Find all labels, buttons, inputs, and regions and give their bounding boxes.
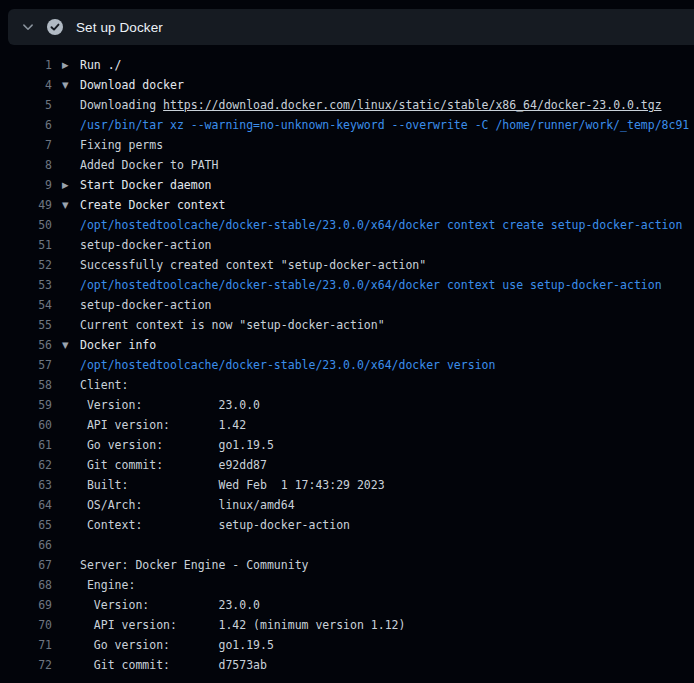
plain-text: Docker info (80, 338, 156, 352)
line-number[interactable]: 59 (0, 395, 52, 415)
chevron-down-icon[interactable] (17, 16, 39, 38)
marker-spacer (62, 155, 80, 175)
line-number[interactable]: 62 (0, 455, 52, 475)
plain-text: Version: 23.0.0 (80, 598, 260, 612)
log-text: Fixing perms (80, 135, 163, 155)
log-group-line[interactable]: 56▼Docker info (0, 335, 694, 355)
line-number[interactable]: 71 (0, 635, 52, 655)
line-number[interactable]: 72 (0, 655, 52, 675)
line-number[interactable]: 64 (0, 495, 52, 515)
log-text: Added Docker to PATH (80, 155, 218, 175)
log-text: Version: 23.0.0 (80, 595, 260, 615)
line-number[interactable]: 68 (0, 575, 52, 595)
command-text: /opt/hostedtoolcache/docker-stable/23.0.… (80, 218, 682, 232)
line-number[interactable]: 7 (0, 135, 52, 155)
log-link[interactable]: https://download.docker.com/linux/static… (163, 98, 662, 112)
actions-log-viewer: { "header": { "title": "Set up Docker", … (0, 0, 694, 683)
log-text: Built: Wed Feb 1 17:43:29 2023 (80, 475, 385, 495)
marker-spacer (62, 595, 80, 615)
log-text: Go version: go1.19.5 (80, 635, 274, 655)
line-number[interactable]: 69 (0, 595, 52, 615)
line-number[interactable]: 52 (0, 255, 52, 275)
marker-spacer (62, 235, 80, 255)
line-number[interactable]: 70 (0, 615, 52, 635)
log-text: /opt/hostedtoolcache/docker-stable/23.0.… (80, 215, 682, 235)
plain-text: Download docker (80, 78, 184, 92)
marker-spacer (62, 655, 80, 675)
marker-spacer (62, 215, 80, 235)
log-text: Download docker (80, 75, 184, 95)
marker-spacer (62, 275, 80, 295)
marker-spacer (62, 415, 80, 435)
line-number[interactable]: 9 (0, 175, 52, 195)
plain-text: Git commit: e92dd87 (80, 458, 267, 472)
line-number[interactable]: 53 (0, 275, 52, 295)
log-lines-container: 1▶Run ./4▼Download docker5Downloading ht… (0, 55, 694, 675)
triangle-collapsed-icon[interactable]: ▶ (62, 55, 80, 75)
line-number[interactable]: 61 (0, 435, 52, 455)
marker-spacer (62, 475, 80, 495)
log-text: Client: (80, 375, 128, 395)
line-number[interactable]: 55 (0, 315, 52, 335)
triangle-expanded-icon[interactable]: ▼ (62, 75, 80, 95)
log-line: 69 Version: 23.0.0 (0, 595, 694, 615)
line-number[interactable]: 67 (0, 555, 52, 575)
log-text: /opt/hostedtoolcache/docker-stable/23.0.… (80, 275, 662, 295)
line-number[interactable]: 49 (0, 195, 52, 215)
line-number[interactable]: 54 (0, 295, 52, 315)
line-number[interactable]: 60 (0, 415, 52, 435)
log-line: 61 Go version: go1.19.5 (0, 435, 694, 455)
log-line: 59 Version: 23.0.0 (0, 395, 694, 415)
step-title: Set up Docker (76, 20, 163, 35)
line-number[interactable]: 4 (0, 75, 52, 95)
log-group-line[interactable]: 1▶Run ./ (0, 55, 694, 75)
marker-spacer (62, 495, 80, 515)
line-number[interactable]: 58 (0, 375, 52, 395)
line-number[interactable]: 66 (0, 535, 52, 555)
marker-spacer (62, 395, 80, 415)
log-line: 62 Git commit: e92dd87 (0, 455, 694, 475)
log-line: 70 API version: 1.42 (minimum version 1.… (0, 615, 694, 635)
log-line: 72 Git commit: d7573ab (0, 655, 694, 675)
marker-spacer (62, 295, 80, 315)
plain-text: Fixing perms (80, 138, 163, 152)
log-line: 67Server: Docker Engine - Community (0, 555, 694, 575)
plain-text: OS/Arch: linux/amd64 (80, 498, 295, 512)
line-number[interactable]: 63 (0, 475, 52, 495)
plain-text: Server: Docker Engine - Community (80, 558, 308, 572)
marker-spacer (62, 435, 80, 455)
plain-text: Create Docker context (80, 198, 225, 212)
plain-text: Added Docker to PATH (80, 158, 218, 172)
marker-spacer (62, 615, 80, 635)
plain-text: Git commit: d7573ab (80, 658, 267, 672)
line-number[interactable]: 50 (0, 215, 52, 235)
marker-spacer (62, 115, 80, 135)
log-line: 51setup-docker-action (0, 235, 694, 255)
log-text: API version: 1.42 (80, 415, 246, 435)
line-number[interactable]: 1 (0, 55, 52, 75)
log-group-line[interactable]: 4▼Download docker (0, 75, 694, 95)
line-number[interactable]: 57 (0, 355, 52, 375)
line-number[interactable]: 6 (0, 115, 52, 135)
log-text: Version: 23.0.0 (80, 395, 260, 415)
marker-spacer (62, 95, 80, 115)
step-header[interactable]: Set up Docker (8, 9, 694, 45)
triangle-expanded-icon[interactable]: ▼ (62, 335, 80, 355)
log-line: 64 OS/Arch: linux/amd64 (0, 495, 694, 515)
line-number[interactable]: 65 (0, 515, 52, 535)
log-group-line[interactable]: 49▼Create Docker context (0, 195, 694, 215)
triangle-collapsed-icon[interactable]: ▶ (62, 175, 80, 195)
line-number[interactable]: 8 (0, 155, 52, 175)
triangle-expanded-icon[interactable]: ▼ (62, 195, 80, 215)
log-group-line[interactable]: 9▶Start Docker daemon (0, 175, 694, 195)
log-line: 57/opt/hostedtoolcache/docker-stable/23.… (0, 355, 694, 375)
line-number[interactable]: 51 (0, 235, 52, 255)
log-text: Git commit: e92dd87 (80, 455, 267, 475)
log-text: Context: setup-docker-action (80, 515, 350, 535)
plain-text: Go version: go1.19.5 (80, 438, 274, 452)
line-number[interactable]: 56 (0, 335, 52, 355)
log-line: 50/opt/hostedtoolcache/docker-stable/23.… (0, 215, 694, 235)
line-number[interactable]: 5 (0, 95, 52, 115)
plain-text: setup-docker-action (80, 238, 212, 252)
plain-text: Successfully created context "setup-dock… (80, 258, 426, 272)
